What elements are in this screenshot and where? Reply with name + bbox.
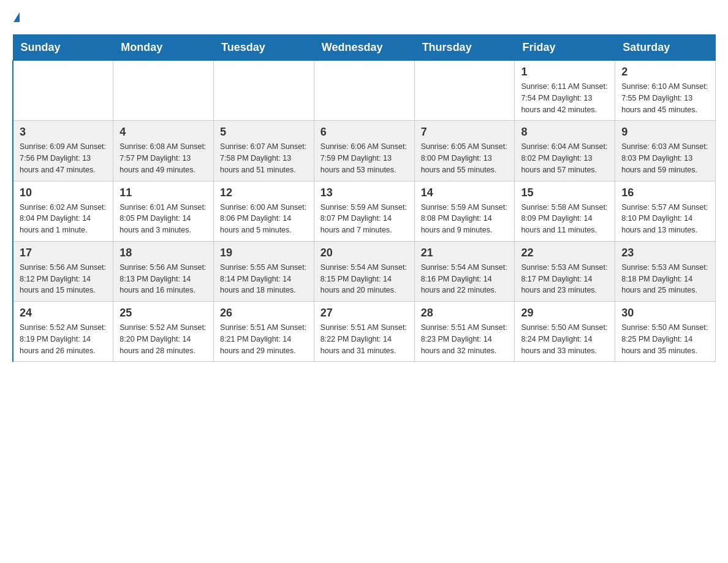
day-number: 8: [521, 126, 609, 139]
day-info: Sunrise: 5:51 AM Sunset: 8:23 PM Dayligh…: [421, 322, 509, 356]
day-number: 1: [521, 66, 609, 79]
day-number: 14: [421, 186, 509, 199]
calendar-cell: 22Sunrise: 5:53 AM Sunset: 8:17 PM Dayli…: [515, 241, 615, 301]
calendar-cell: [113, 61, 214, 121]
day-info: Sunrise: 5:55 AM Sunset: 8:14 PM Dayligh…: [220, 262, 308, 296]
day-number: 9: [621, 126, 709, 139]
day-number: 7: [421, 126, 509, 139]
day-info: Sunrise: 5:56 AM Sunset: 8:13 PM Dayligh…: [119, 262, 207, 296]
day-number: 4: [119, 126, 207, 139]
calendar-cell: 6Sunrise: 6:06 AM Sunset: 7:59 PM Daylig…: [314, 121, 414, 181]
calendar-cell: [414, 61, 515, 121]
day-info: Sunrise: 6:11 AM Sunset: 7:54 PM Dayligh…: [521, 81, 609, 115]
day-number: 22: [521, 247, 609, 259]
calendar-cell: 8Sunrise: 6:04 AM Sunset: 8:02 PM Daylig…: [515, 121, 615, 181]
day-number: 27: [320, 307, 408, 320]
calendar-cell: 23Sunrise: 5:53 AM Sunset: 8:18 PM Dayli…: [615, 241, 716, 301]
calendar-cell: 16Sunrise: 5:57 AM Sunset: 8:10 PM Dayli…: [615, 181, 716, 241]
day-info: Sunrise: 5:57 AM Sunset: 8:10 PM Dayligh…: [621, 202, 709, 236]
calendar-week-row: 17Sunrise: 5:56 AM Sunset: 8:12 PM Dayli…: [13, 241, 716, 301]
calendar-cell: 25Sunrise: 5:52 AM Sunset: 8:20 PM Dayli…: [113, 302, 214, 362]
day-number: 20: [320, 247, 408, 259]
day-number: 12: [220, 186, 308, 199]
calendar-cell: 2Sunrise: 6:10 AM Sunset: 7:55 PM Daylig…: [615, 61, 716, 121]
day-number: 18: [119, 247, 207, 259]
calendar-header-row: SundayMondayTuesdayWednesdayThursdayFrid…: [13, 35, 716, 61]
day-number: 26: [220, 307, 308, 320]
calendar-cell: 10Sunrise: 6:02 AM Sunset: 8:04 PM Dayli…: [13, 181, 113, 241]
day-number: 16: [621, 186, 709, 199]
day-info: Sunrise: 6:02 AM Sunset: 8:04 PM Dayligh…: [20, 202, 107, 236]
day-header-thursday: Thursday: [414, 35, 515, 61]
day-number: 24: [20, 307, 107, 320]
day-header-tuesday: Tuesday: [214, 35, 314, 61]
calendar-week-row: 1Sunrise: 6:11 AM Sunset: 7:54 PM Daylig…: [13, 61, 716, 121]
calendar-cell: 1Sunrise: 6:11 AM Sunset: 7:54 PM Daylig…: [515, 61, 615, 121]
day-header-monday: Monday: [113, 35, 214, 61]
calendar-cell: 17Sunrise: 5:56 AM Sunset: 8:12 PM Dayli…: [13, 241, 113, 301]
day-info: Sunrise: 5:52 AM Sunset: 8:20 PM Dayligh…: [119, 322, 207, 356]
day-number: 11: [119, 186, 207, 199]
day-info: Sunrise: 5:56 AM Sunset: 8:12 PM Dayligh…: [20, 262, 107, 296]
calendar-cell: 12Sunrise: 6:00 AM Sunset: 8:06 PM Dayli…: [214, 181, 314, 241]
calendar-cell: 15Sunrise: 5:58 AM Sunset: 8:09 PM Dayli…: [515, 181, 615, 241]
day-info: Sunrise: 5:51 AM Sunset: 8:22 PM Dayligh…: [320, 322, 408, 356]
logo: [12, 12, 20, 22]
calendar-cell: [13, 61, 113, 121]
calendar-cell: 20Sunrise: 5:54 AM Sunset: 8:15 PM Dayli…: [314, 241, 414, 301]
calendar-cell: 4Sunrise: 6:08 AM Sunset: 7:57 PM Daylig…: [113, 121, 214, 181]
calendar-cell: 27Sunrise: 5:51 AM Sunset: 8:22 PM Dayli…: [314, 302, 414, 362]
day-info: Sunrise: 5:50 AM Sunset: 8:25 PM Dayligh…: [621, 322, 709, 356]
calendar-cell: 11Sunrise: 6:01 AM Sunset: 8:05 PM Dayli…: [113, 181, 214, 241]
logo-triangle-icon: [13, 12, 20, 22]
day-info: Sunrise: 5:58 AM Sunset: 8:09 PM Dayligh…: [521, 202, 609, 236]
day-number: 2: [621, 66, 709, 79]
calendar-cell: 29Sunrise: 5:50 AM Sunset: 8:24 PM Dayli…: [515, 302, 615, 362]
day-info: Sunrise: 5:53 AM Sunset: 8:17 PM Dayligh…: [521, 262, 609, 296]
calendar-cell: 19Sunrise: 5:55 AM Sunset: 8:14 PM Dayli…: [214, 241, 314, 301]
day-info: Sunrise: 6:06 AM Sunset: 7:59 PM Dayligh…: [320, 141, 408, 175]
calendar-cell: 18Sunrise: 5:56 AM Sunset: 8:13 PM Dayli…: [113, 241, 214, 301]
day-header-wednesday: Wednesday: [314, 35, 414, 61]
calendar-cell: [314, 61, 414, 121]
day-number: 5: [220, 126, 308, 139]
day-number: 15: [521, 186, 609, 199]
day-number: 17: [20, 247, 107, 259]
calendar-week-row: 10Sunrise: 6:02 AM Sunset: 8:04 PM Dayli…: [13, 181, 716, 241]
calendar-cell: 28Sunrise: 5:51 AM Sunset: 8:23 PM Dayli…: [414, 302, 515, 362]
calendar-cell: 24Sunrise: 5:52 AM Sunset: 8:19 PM Dayli…: [13, 302, 113, 362]
page-header: [12, 12, 716, 22]
day-number: 21: [421, 247, 509, 259]
day-number: 30: [621, 307, 709, 320]
calendar-cell: 7Sunrise: 6:05 AM Sunset: 8:00 PM Daylig…: [414, 121, 515, 181]
calendar-cell: 30Sunrise: 5:50 AM Sunset: 8:25 PM Dayli…: [615, 302, 716, 362]
calendar-cell: 26Sunrise: 5:51 AM Sunset: 8:21 PM Dayli…: [214, 302, 314, 362]
day-info: Sunrise: 6:07 AM Sunset: 7:58 PM Dayligh…: [220, 141, 308, 175]
day-info: Sunrise: 5:59 AM Sunset: 8:08 PM Dayligh…: [421, 202, 509, 236]
calendar-cell: 13Sunrise: 5:59 AM Sunset: 8:07 PM Dayli…: [314, 181, 414, 241]
calendar-cell: 9Sunrise: 6:03 AM Sunset: 8:03 PM Daylig…: [615, 121, 716, 181]
calendar-cell: 14Sunrise: 5:59 AM Sunset: 8:08 PM Dayli…: [414, 181, 515, 241]
calendar-cell: [214, 61, 314, 121]
day-info: Sunrise: 6:08 AM Sunset: 7:57 PM Dayligh…: [119, 141, 207, 175]
day-number: 6: [320, 126, 408, 139]
day-number: 23: [621, 247, 709, 259]
day-number: 29: [521, 307, 609, 320]
day-info: Sunrise: 5:54 AM Sunset: 8:16 PM Dayligh…: [421, 262, 509, 296]
day-header-friday: Friday: [515, 35, 615, 61]
day-number: 13: [320, 186, 408, 199]
day-info: Sunrise: 5:54 AM Sunset: 8:15 PM Dayligh…: [320, 262, 408, 296]
day-info: Sunrise: 6:09 AM Sunset: 7:56 PM Dayligh…: [20, 141, 107, 175]
calendar-week-row: 3Sunrise: 6:09 AM Sunset: 7:56 PM Daylig…: [13, 121, 716, 181]
day-info: Sunrise: 5:52 AM Sunset: 8:19 PM Dayligh…: [20, 322, 107, 356]
day-number: 25: [119, 307, 207, 320]
day-info: Sunrise: 6:04 AM Sunset: 8:02 PM Dayligh…: [521, 141, 609, 175]
day-info: Sunrise: 5:50 AM Sunset: 8:24 PM Dayligh…: [521, 322, 609, 356]
day-info: Sunrise: 6:03 AM Sunset: 8:03 PM Dayligh…: [621, 141, 709, 175]
calendar-cell: 21Sunrise: 5:54 AM Sunset: 8:16 PM Dayli…: [414, 241, 515, 301]
day-number: 19: [220, 247, 308, 259]
day-info: Sunrise: 5:59 AM Sunset: 8:07 PM Dayligh…: [320, 202, 408, 236]
day-info: Sunrise: 6:01 AM Sunset: 8:05 PM Dayligh…: [119, 202, 207, 236]
day-number: 10: [20, 186, 107, 199]
calendar-table: SundayMondayTuesdayWednesdayThursdayFrid…: [12, 34, 716, 362]
